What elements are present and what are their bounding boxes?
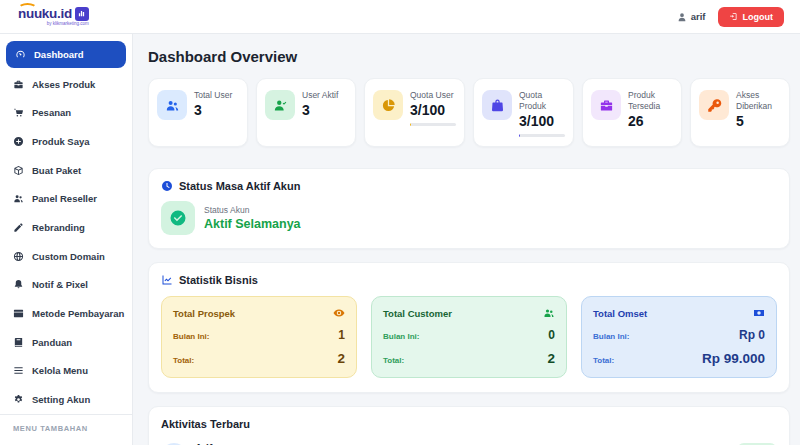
sidebar-item-label: Pesanan: [32, 107, 71, 118]
sidebar-item-panduan[interactable]: Panduan: [0, 328, 132, 357]
page-title: Dashboard Overview: [148, 48, 790, 65]
logout-icon: [729, 12, 738, 21]
status-label: Status Akun: [204, 205, 301, 215]
quota-produk-progress: [519, 134, 565, 137]
stat-card-akses-diberikan: Akses Diberikan 5: [690, 78, 790, 147]
credit-card-icon: [13, 308, 24, 319]
sidebar-item-label: Notif & Pixel: [32, 279, 88, 290]
stat-label: User Aktif: [302, 90, 338, 101]
sidebar-item-metode-pembayaran[interactable]: Metode Pembayaran: [0, 299, 132, 328]
plus-circle-icon: [13, 136, 24, 147]
book-icon: [13, 337, 24, 348]
stat-label: Quota Produk: [519, 90, 565, 112]
top-header: nuuku.id by klikmarketing.com arif Logou…: [0, 0, 800, 34]
stat-box-total-customer: Total Customer Bulan Ini:0 Total:2: [371, 296, 567, 378]
sidebar-item-label: Rebranding: [32, 222, 85, 233]
cart-icon: [13, 107, 24, 118]
bar-chart-icon: [75, 7, 89, 21]
pie-chart-icon: [373, 90, 403, 120]
sidebar-item-label: Custom Domain: [32, 251, 105, 262]
globe-icon: [13, 251, 24, 262]
sidebar-item-label: Panel Reseller: [32, 193, 97, 204]
stat-label: Akses Diberikan: [736, 90, 781, 112]
stat-row-label: Bulan Ini:: [593, 332, 629, 341]
bell-icon: [13, 279, 24, 290]
sidebar-item-setting-akun[interactable]: Setting Akun: [0, 385, 132, 414]
speedometer-icon: [15, 49, 26, 60]
stat-row-value: 2: [547, 351, 555, 366]
sidebar-item-label: Metode Pembayaran: [32, 308, 124, 319]
stat-value: 5: [736, 113, 781, 129]
logo-tagline: by klikmarketing.com: [18, 22, 89, 27]
app-logo[interactable]: nuuku.id by klikmarketing.com: [18, 7, 89, 27]
stat-card-quota-produk: Quota Produk 3/100: [473, 78, 574, 147]
sidebar-item-label: Setting Akun: [32, 394, 90, 405]
user-check-icon: [265, 90, 295, 120]
sidebar-item-label: Panduan: [32, 337, 72, 348]
stat-box-title: Total Omset: [593, 308, 647, 319]
stat-card-total-user: Total User 3: [148, 78, 248, 147]
gear-icon: [13, 394, 24, 405]
status-section: Status Masa Aktif Akun Status Akun Aktif…: [148, 168, 790, 249]
stats-section: Statistik Bisnis Total Prospek Bulan Ini…: [148, 262, 790, 393]
stat-value: 3: [194, 102, 232, 118]
username: arif: [691, 11, 706, 22]
stat-card-produk-tersedia: Produk Tersedia 26: [582, 78, 682, 147]
sidebar-item-pesanan[interactable]: Pesanan: [0, 98, 132, 127]
activity-section-title: Aktivitas Terbaru: [161, 418, 777, 430]
stat-row-label: Total:: [173, 356, 194, 365]
check-circle-icon: [161, 201, 195, 235]
user-menu[interactable]: arif: [677, 11, 706, 22]
list-icon: [13, 365, 24, 376]
sidebar-item-notif-pixel[interactable]: Notif & Pixel: [0, 271, 132, 300]
sidebar-item-produk-saya[interactable]: Produk Saya: [0, 127, 132, 156]
sidebar-item-label: Akses Produk: [32, 79, 95, 90]
sidebar-item-label: Buat Paket: [32, 165, 81, 176]
stat-row-value: 1: [338, 328, 345, 342]
quota-user-progress: [410, 123, 456, 126]
sidebar-section-menu-tambahan: MENU TAMBAHAN: [0, 414, 132, 445]
sidebar-item-panel-reseller[interactable]: Panel Reseller: [0, 184, 132, 213]
shopping-bag-icon: [482, 90, 512, 120]
sidebar-item-kelola-menu[interactable]: Kelola Menu: [0, 357, 132, 386]
progress-fill: [410, 123, 411, 126]
eye-icon: [333, 307, 345, 319]
sidebar-item-buat-paket[interactable]: Buat Paket: [0, 156, 132, 185]
stat-value: 3/100: [519, 113, 565, 129]
briefcase-icon: [13, 79, 24, 90]
logout-label: Logout: [743, 12, 774, 22]
stats-section-title: Statistik Bisnis: [179, 274, 258, 286]
stat-card-quota-user: Quota User 3/100: [364, 78, 465, 147]
stat-row-value: Rp 0: [739, 328, 765, 342]
users-icon: [543, 307, 555, 319]
sidebar-item-rebranding[interactable]: Rebranding: [0, 213, 132, 242]
stat-cards-row: Total User 3 User Aktif 3 Quota User 3/1…: [148, 78, 790, 147]
logout-button[interactable]: Logout: [718, 7, 785, 27]
status-value: Aktif Selamanya: [204, 217, 301, 231]
sidebar-item-akses-produk[interactable]: Akses Produk: [0, 70, 132, 99]
logo-text: nuuku.id: [18, 7, 72, 21]
sidebar-item-label: Produk Saya: [32, 136, 90, 147]
stat-card-user-aktif: User Aktif 3: [256, 78, 356, 147]
user-icon: [677, 12, 687, 22]
clock-icon: [161, 180, 173, 192]
sidebar-item-label: Dashboard: [34, 49, 84, 60]
sidebar-item-custom-domain[interactable]: Custom Domain: [0, 242, 132, 271]
stat-value: 26: [628, 113, 673, 129]
stat-box-total-omset: Total Omset Bulan Ini:Rp 0 Total:Rp 99.0…: [581, 296, 777, 378]
box-icon: [13, 165, 24, 176]
chart-line-icon: [161, 274, 173, 286]
stat-box-title: Total Prospek: [173, 308, 235, 319]
stat-row-value: 2: [337, 351, 345, 366]
sidebar-item-label: Kelola Menu: [32, 365, 88, 376]
stat-row-label: Total:: [593, 356, 614, 365]
stat-row-value: Rp 99.000: [702, 351, 765, 366]
stat-box-title: Total Customer: [383, 308, 452, 319]
stat-row-label: Bulan Ini:: [173, 332, 209, 341]
progress-fill: [519, 134, 520, 137]
stat-row-label: Bulan Ini:: [383, 332, 419, 341]
stat-value: 3: [302, 102, 338, 118]
sidebar: Dashboard Akses Produk Pesanan Produk Sa…: [0, 34, 133, 445]
sidebar-item-dashboard[interactable]: Dashboard: [6, 41, 126, 68]
briefcase-icon: [591, 90, 621, 120]
